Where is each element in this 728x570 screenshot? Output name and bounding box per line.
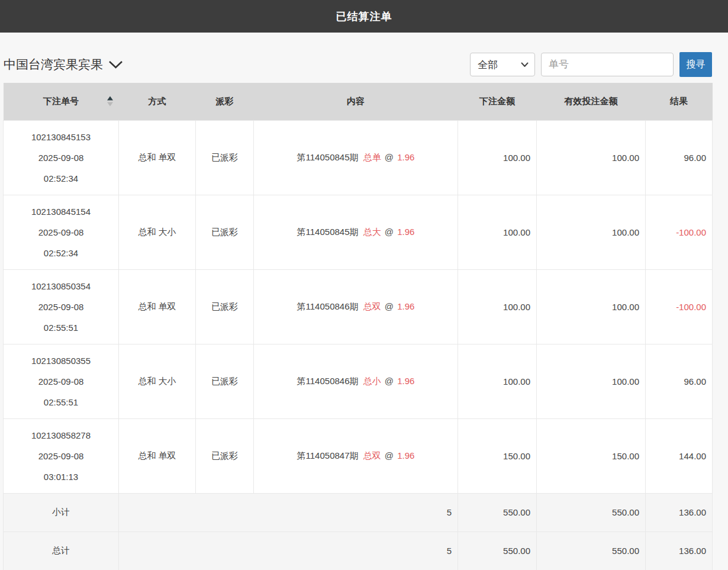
sort-desc-icon [107, 102, 113, 107]
valid-amount-cell: 100.00 [537, 195, 646, 269]
content-cell: 第114050846期 总小 @ 1.96 [254, 344, 458, 418]
content-cell: 第114050845期 总大 @ 1.96 [254, 195, 458, 269]
table-row: 102130850354 2025-09-08 02:55:51 总和 单双 已… [4, 269, 713, 344]
header-bet-id[interactable]: 下注单号 [4, 83, 119, 120]
subtotal-row: 小计 5 550.00 550.00 136.00 [4, 493, 713, 532]
bet-amount-cell: 100.00 [458, 344, 537, 418]
total-result: 136.00 [646, 532, 713, 570]
chevron-down-icon [108, 60, 123, 69]
result-cell: 96.00 [646, 344, 713, 418]
payout-cell: 已派彩 [196, 120, 254, 195]
total-count: 5 [119, 532, 458, 570]
header-bet-amount: 下注金额 [458, 83, 537, 120]
settled-bets-table: 下注单号 方式 派彩 内容 下注金额 有效投注金额 结果 10213084515… [3, 83, 713, 570]
header-content: 内容 [254, 83, 458, 120]
valid-amount-cell: 100.00 [537, 269, 646, 344]
sort-asc-icon [107, 96, 113, 101]
header-payout: 派彩 [196, 83, 254, 120]
result-cell: -100.00 [646, 195, 713, 269]
method-cell: 总和 大小 [119, 195, 196, 269]
header-method: 方式 [119, 83, 196, 120]
lottery-name: 中国台湾宾果宾果 [4, 56, 103, 73]
table-row: 102130850355 2025-09-08 02:55:51 总和 大小 已… [4, 344, 713, 418]
payout-cell: 已派彩 [196, 418, 254, 493]
order-number-input[interactable] [541, 53, 674, 76]
bet-amount-cell: 100.00 [458, 195, 537, 269]
subtotal-count: 5 [119, 493, 458, 532]
total-label: 总计 [4, 532, 119, 570]
bet-amount-cell: 100.00 [458, 120, 537, 195]
result-cell: 96.00 [646, 120, 713, 195]
total-valid-amount: 550.00 [537, 532, 646, 570]
table-footer: 小计 5 550.00 550.00 136.00 总计 5 550.00 55… [4, 493, 713, 570]
subtotal-result: 136.00 [646, 493, 713, 532]
payout-cell: 已派彩 [196, 344, 254, 418]
method-cell: 总和 单双 [119, 269, 196, 344]
table-body: 102130845153 2025-09-08 02:52:34 总和 单双 已… [4, 120, 713, 493]
result-cell: -100.00 [646, 269, 713, 344]
content-cell: 第114050845期 总单 @ 1.96 [254, 120, 458, 195]
method-cell: 总和 大小 [119, 344, 196, 418]
content-cell: 第114050846期 总双 @ 1.96 [254, 269, 458, 344]
bet-id-cell: 102130850355 2025-09-08 02:55:51 [4, 344, 119, 418]
sort-icon [107, 96, 113, 107]
valid-amount-cell: 100.00 [537, 344, 646, 418]
bet-id-cell: 102130850354 2025-09-08 02:55:51 [4, 269, 119, 344]
table-row: 102130858278 2025-09-08 03:01:13 总和 单双 已… [4, 418, 713, 493]
payout-cell: 已派彩 [196, 269, 254, 344]
bet-id-cell: 102130858278 2025-09-08 03:01:13 [4, 418, 119, 493]
subtotal-bet-amount: 550.00 [458, 493, 537, 532]
select-chevron-down-icon [521, 62, 529, 67]
subtotal-label: 小计 [4, 493, 119, 532]
content-cell: 第114050847期 总双 @ 1.96 [254, 418, 458, 493]
filter-select[interactable]: 全部 [470, 53, 535, 76]
bet-id-cell: 102130845154 2025-09-08 02:52:34 [4, 195, 119, 269]
toolbar: 中国台湾宾果宾果 全部 搜寻 [3, 52, 712, 77]
header-valid-amount: 有效投注金额 [537, 83, 646, 120]
filter-selected-value: 全部 [478, 58, 498, 72]
page-title: 已结算注单 [336, 9, 392, 24]
payout-cell: 已派彩 [196, 195, 254, 269]
header-result: 结果 [646, 83, 713, 120]
total-bet-amount: 550.00 [458, 532, 537, 570]
lottery-selector[interactable]: 中国台湾宾果宾果 [3, 56, 123, 73]
method-cell: 总和 单双 [119, 120, 196, 195]
topbar: 已结算注单 [0, 0, 728, 33]
method-cell: 总和 单双 [119, 418, 196, 493]
valid-amount-cell: 150.00 [537, 418, 646, 493]
subtotal-valid-amount: 550.00 [537, 493, 646, 532]
search-button[interactable]: 搜寻 [679, 52, 712, 77]
result-cell: 144.00 [646, 418, 713, 493]
table-row: 102130845154 2025-09-08 02:52:34 总和 大小 已… [4, 195, 713, 269]
bet-amount-cell: 150.00 [458, 418, 537, 493]
search-controls: 全部 搜寻 [470, 52, 712, 77]
valid-amount-cell: 100.00 [537, 120, 646, 195]
bet-amount-cell: 100.00 [458, 269, 537, 344]
bet-id-cell: 102130845153 2025-09-08 02:52:34 [4, 120, 119, 195]
table-row: 102130845153 2025-09-08 02:52:34 总和 单双 已… [4, 120, 713, 195]
table-header: 下注单号 方式 派彩 内容 下注金额 有效投注金额 结果 [4, 83, 713, 120]
total-row: 总计 5 550.00 550.00 136.00 [4, 532, 713, 570]
